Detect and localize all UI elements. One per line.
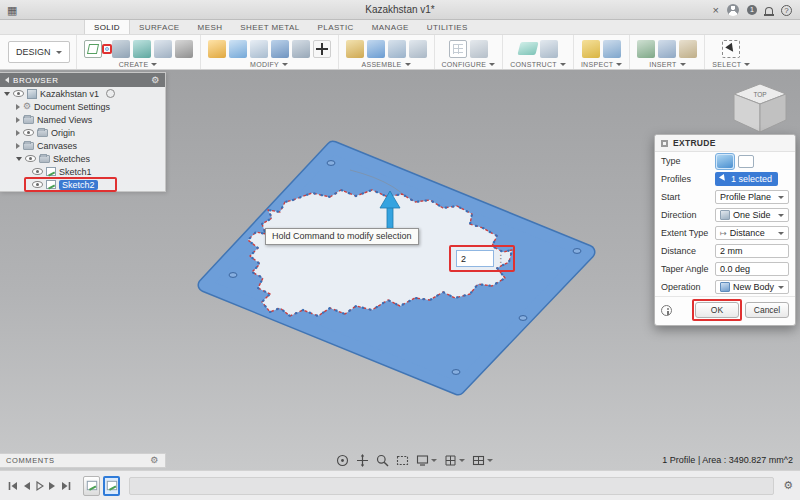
- timeline-feature-sketch2[interactable]: [103, 476, 120, 496]
- combine-icon[interactable]: [271, 40, 289, 58]
- disclosure-down-icon[interactable]: [16, 157, 22, 161]
- skip-to-start-button[interactable]: [7, 480, 18, 492]
- ok-button[interactable]: OK: [695, 302, 739, 318]
- construction-plane-icon[interactable]: [517, 42, 538, 55]
- disclosure-right-icon[interactable]: [16, 117, 20, 123]
- visibility-eye-icon[interactable]: [32, 168, 43, 175]
- browser-item-document-settings[interactable]: ⚙ Document Settings: [0, 100, 165, 113]
- operation-select[interactable]: New Body: [715, 280, 789, 294]
- info-icon[interactable]: [661, 305, 672, 316]
- grid-settings-icon[interactable]: [444, 454, 465, 467]
- revolve-icon[interactable]: [112, 40, 130, 58]
- skip-to-end-button[interactable]: [61, 480, 72, 492]
- visibility-eye-icon[interactable]: [25, 155, 36, 162]
- move-copy-icon[interactable]: [313, 40, 331, 58]
- fillet-icon[interactable]: [229, 40, 247, 58]
- group-label-assemble[interactable]: ASSEMBLE: [361, 61, 401, 68]
- timeline-feature-sketch1[interactable]: [83, 476, 100, 496]
- direction-select[interactable]: One Side: [715, 208, 789, 222]
- comments-panel[interactable]: COMMENTS ⚙: [0, 453, 166, 468]
- disclosure-right-icon[interactable]: [16, 143, 20, 149]
- group-label-inspect[interactable]: INSPECT: [581, 61, 613, 68]
- extrude-solid-icon[interactable]: [717, 155, 733, 168]
- browser-item-origin[interactable]: Origin: [0, 126, 165, 139]
- create-sketch-icon[interactable]: [84, 40, 102, 58]
- profiles-selected-chip[interactable]: 1 selected: [715, 172, 778, 186]
- user-avatar[interactable]: [727, 4, 739, 16]
- measure-icon[interactable]: [582, 40, 600, 58]
- tab-sheet-metal[interactable]: SHEET METAL: [231, 20, 308, 34]
- help-icon[interactable]: ?: [781, 5, 792, 16]
- visibility-eye-icon[interactable]: [23, 129, 34, 136]
- group-label-construct[interactable]: CONSTRUCT: [510, 61, 557, 68]
- joint-origin-icon[interactable]: [388, 40, 406, 58]
- timeline-gear-icon[interactable]: ⚙: [783, 480, 793, 491]
- select-tool-icon[interactable]: [722, 40, 740, 58]
- taper-angle-field[interactable]: 0.0 deg: [715, 262, 789, 276]
- group-label-select[interactable]: SELECT: [712, 61, 741, 68]
- extrude-thin-icon[interactable]: [738, 155, 754, 168]
- tab-plastic[interactable]: PLASTIC: [309, 20, 363, 34]
- input-drag-handle-icon[interactable]: ⋮: [496, 254, 506, 264]
- start-select[interactable]: Profile Plane: [715, 190, 789, 204]
- tab-utilities[interactable]: UTILITIES: [418, 20, 477, 34]
- group-label-insert[interactable]: INSERT: [649, 61, 676, 68]
- group-label-modify[interactable]: MODIFY: [250, 61, 279, 68]
- loft-icon[interactable]: [154, 40, 172, 58]
- disclosure-down-icon[interactable]: [4, 92, 10, 96]
- hole-icon[interactable]: [175, 40, 193, 58]
- tab-solid[interactable]: SOLID: [84, 20, 130, 34]
- display-settings-icon[interactable]: [416, 454, 437, 467]
- browser-item-canvases[interactable]: Canvases: [0, 139, 165, 152]
- tab-manage[interactable]: MANAGE: [363, 20, 418, 34]
- zoom-icon[interactable]: [376, 454, 389, 467]
- offset-face-icon[interactable]: [292, 40, 310, 58]
- collapse-panel-icon[interactable]: [5, 77, 9, 83]
- cancel-button[interactable]: Cancel: [745, 302, 789, 318]
- fit-view-icon[interactable]: [396, 454, 409, 467]
- visibility-eye-icon[interactable]: [32, 181, 43, 188]
- step-forward-button[interactable]: [48, 480, 57, 492]
- browser-item-named-views[interactable]: Named Views: [0, 113, 165, 126]
- browser-root-row[interactable]: Kazakhstan v1: [0, 87, 165, 100]
- tab-surface[interactable]: SURFACE: [130, 20, 189, 34]
- new-component-icon[interactable]: [346, 40, 364, 58]
- insert-canvas-icon[interactable]: [679, 40, 697, 58]
- drag-grip-icon[interactable]: [661, 140, 668, 147]
- gear-icon[interactable]: ⚙: [150, 456, 159, 465]
- sweep-icon[interactable]: [133, 40, 151, 58]
- extent-type-select[interactable]: ↦ Distance: [715, 226, 789, 240]
- joint-icon[interactable]: [367, 40, 385, 58]
- gear-icon[interactable]: ⚙: [151, 76, 160, 85]
- visibility-eye-icon[interactable]: [13, 90, 24, 97]
- browser-item-sketches[interactable]: Sketches: [0, 152, 165, 165]
- insert-mesh-icon[interactable]: [637, 40, 655, 58]
- close-document-icon[interactable]: ×: [713, 5, 719, 16]
- browser-item-sketch1[interactable]: Sketch1: [0, 165, 165, 178]
- configuration-table-icon[interactable]: [449, 40, 467, 58]
- shell-icon[interactable]: [250, 40, 268, 58]
- group-label-create[interactable]: CREATE: [119, 61, 149, 68]
- configure-feature-icon[interactable]: [470, 40, 488, 58]
- construction-axis-icon[interactable]: [540, 40, 558, 58]
- notifications-bell-icon[interactable]: [765, 7, 773, 14]
- browser-item-sketch2[interactable]: Sketch2: [0, 178, 165, 191]
- dialog-header[interactable]: EXTRUDE: [655, 135, 795, 152]
- viewports-icon[interactable]: [472, 454, 493, 467]
- disclosure-right-icon[interactable]: [16, 104, 20, 110]
- distance-field[interactable]: 2 mm: [715, 244, 789, 258]
- orbit-icon[interactable]: [336, 454, 349, 467]
- group-label-configure[interactable]: CONFIGURE: [442, 61, 487, 68]
- tab-mesh[interactable]: MESH: [189, 20, 232, 34]
- play-button[interactable]: [35, 480, 44, 492]
- pan-icon[interactable]: [356, 454, 369, 467]
- section-analysis-icon[interactable]: [603, 40, 621, 58]
- step-back-button[interactable]: [22, 480, 31, 492]
- press-pull-icon[interactable]: [208, 40, 226, 58]
- distance-input[interactable]: 2: [456, 250, 494, 267]
- rigid-group-icon[interactable]: [409, 40, 427, 58]
- decal-icon[interactable]: [658, 40, 676, 58]
- design-workspace-button[interactable]: DESIGN: [8, 41, 70, 63]
- disclosure-right-icon[interactable]: [16, 130, 20, 136]
- timeline-track[interactable]: [129, 477, 774, 495]
